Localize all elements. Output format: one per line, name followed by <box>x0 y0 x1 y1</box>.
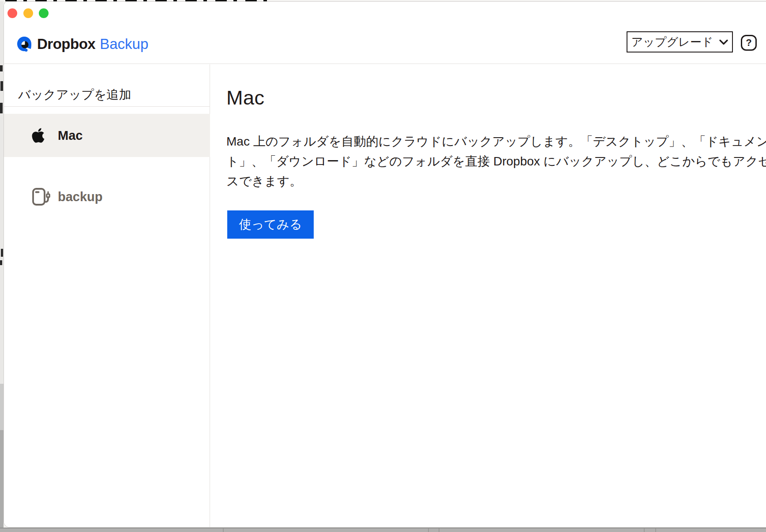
background-divider-tick <box>655 528 656 532</box>
background-strip-left <box>0 1 4 528</box>
description-line: ト」、「ダウンロード」などのフォルダを直接 Dropbox にバックアップし、ど… <box>226 151 766 171</box>
background-glyph-fragment <box>1 249 3 257</box>
description-text: Mac 上のフォルダを自動的にクラウドにバックアップします。「デスクトップ」、「… <box>226 131 766 191</box>
help-icon: ? <box>746 37 751 49</box>
sidebar-item-label: backup <box>58 190 103 204</box>
background-divider-tick <box>439 528 439 532</box>
sidebar-item-backup[interactable]: backup <box>4 176 210 218</box>
help-button[interactable]: ? <box>741 35 757 51</box>
background-glyph-fragment <box>0 260 2 265</box>
get-started-button-label: 使ってみる <box>239 216 302 233</box>
dropbox-backup-logo-icon <box>17 36 32 52</box>
sidebar-header-label: バックアップを追加 <box>18 86 131 103</box>
app-brand: Dropbox Backup <box>17 34 148 54</box>
description-line: スできます。 <box>226 171 766 191</box>
chevron-down-icon <box>719 39 728 45</box>
upgrade-button-label: アップグレード <box>631 34 713 50</box>
main-content: Mac Mac 上のフォルダを自動的にクラウドにバックアップします。「デスクトッ… <box>210 64 766 528</box>
sidebar-divider <box>4 106 210 107</box>
titlebar: Dropbox Backup アップグレード ? <box>4 2 766 64</box>
background-divider-tick <box>223 528 224 532</box>
traffic-light-close-button[interactable] <box>8 8 17 18</box>
background-divider-tick <box>644 528 645 532</box>
traffic-light-zoom-button[interactable] <box>39 8 49 18</box>
background-glyph-fragment <box>0 65 3 71</box>
page-title: Mac <box>226 86 265 109</box>
background-strip-bottom <box>0 528 766 532</box>
brand-secondary-label: Backup <box>100 36 148 52</box>
external-drive-icon <box>31 187 51 207</box>
brand-primary-label: Dropbox <box>37 36 95 52</box>
description-line: Mac 上のフォルダを自動的にクラウドにバックアップします。「デスクトップ」、「… <box>226 131 766 151</box>
upgrade-button[interactable]: アップグレード <box>627 31 733 52</box>
sidebar-item-mac[interactable]: Mac <box>4 114 210 157</box>
background-divider-tick <box>428 528 429 532</box>
get-started-button[interactable]: 使ってみる <box>227 210 314 239</box>
sidebar-item-label: Mac <box>58 128 83 143</box>
sidebar: バックアップを追加 Mac <box>4 64 210 528</box>
traffic-light-minimize-button[interactable] <box>23 8 33 18</box>
apple-icon <box>31 127 51 144</box>
background-glyph-fragment <box>0 103 3 113</box>
background-glyph-fragment <box>0 81 3 91</box>
background-strip-mid <box>0 384 4 430</box>
background-strip-dark <box>0 430 4 528</box>
dropbox-backup-window: Dropbox Backup アップグレード ? バックアップを追加 <box>4 1 766 528</box>
screen: Dropbox Backup アップグレード ? バックアップを追加 <box>0 0 766 532</box>
